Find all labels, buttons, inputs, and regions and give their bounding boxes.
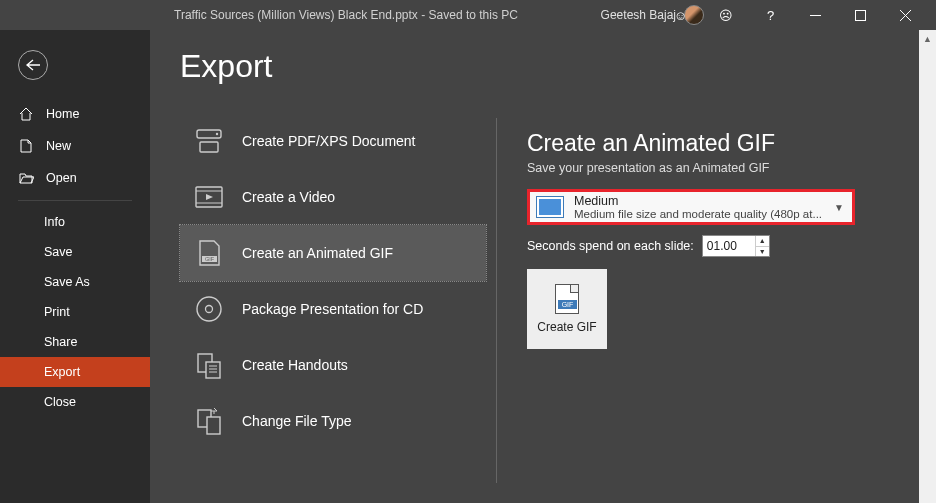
gif-badge: GIF <box>558 300 577 309</box>
cd-icon <box>194 294 224 324</box>
close-button[interactable] <box>883 0 928 30</box>
nav-label: Print <box>44 305 70 319</box>
document-title: Traffic Sources (Million Views) Black En… <box>174 8 518 22</box>
quality-desc: Medium file size and moderate quality (4… <box>574 208 846 220</box>
export-pdf[interactable]: Create PDF/XPS Document <box>180 113 486 169</box>
nav-saveas[interactable]: Save As <box>0 267 150 297</box>
new-icon <box>18 138 34 154</box>
filetype-icon <box>194 406 224 436</box>
nav-close[interactable]: Close <box>0 387 150 417</box>
handouts-icon <box>194 350 224 380</box>
export-label: Package Presentation for CD <box>242 301 423 317</box>
export-filetype[interactable]: Change File Type <box>180 393 486 449</box>
svg-text:GIF: GIF <box>205 256 215 262</box>
detail-subtitle: Save your presentation as an Animated GI… <box>527 161 918 175</box>
back-button[interactable] <box>18 50 48 80</box>
seconds-label: Seconds spend on each slide: <box>527 239 694 253</box>
export-label: Create PDF/XPS Document <box>242 133 416 149</box>
nav-separator <box>18 200 132 201</box>
scroll-up-icon[interactable]: ▲ <box>919 30 936 47</box>
chevron-down-icon: ▼ <box>834 202 844 213</box>
seconds-value: 01.00 <box>707 239 737 253</box>
export-video[interactable]: Create a Video <box>180 169 486 225</box>
nav-label: Home <box>46 107 79 121</box>
gif-file-icon: GIF <box>555 284 579 314</box>
pdf-icon <box>194 126 224 156</box>
nav-label: Info <box>44 215 65 229</box>
maximize-button[interactable] <box>838 0 883 30</box>
spin-down-icon[interactable]: ▼ <box>755 247 769 257</box>
nav-label: New <box>46 139 71 153</box>
create-gif-button[interactable]: GIF Create GIF <box>527 269 607 349</box>
quality-label: Medium <box>574 194 846 208</box>
minimize-button[interactable] <box>793 0 838 30</box>
export-gif[interactable]: GIF Create an Animated GIF <box>180 225 486 281</box>
home-icon <box>18 106 34 122</box>
title-bar: Traffic Sources (Million Views) Black En… <box>0 0 936 30</box>
feedback-smile-icon[interactable]: ☺ <box>658 0 703 30</box>
export-package[interactable]: Package Presentation for CD <box>180 281 486 337</box>
create-gif-label: Create GIF <box>537 320 596 334</box>
svg-rect-15 <box>206 362 220 378</box>
nav-home[interactable]: Home <box>0 98 150 130</box>
svg-rect-1 <box>856 10 866 20</box>
nav-share[interactable]: Share <box>0 327 150 357</box>
nav-export[interactable]: Export <box>0 357 150 387</box>
video-icon <box>194 182 224 212</box>
spin-up-icon[interactable]: ▲ <box>755 236 769 247</box>
svg-rect-20 <box>207 417 220 434</box>
nav-new[interactable]: New <box>0 130 150 162</box>
export-label: Create a Video <box>242 189 335 205</box>
nav-label: Save <box>44 245 73 259</box>
nav-label: Share <box>44 335 77 349</box>
quality-icon <box>536 196 564 218</box>
nav-label: Export <box>44 365 80 379</box>
nav-print[interactable]: Print <box>0 297 150 327</box>
nav-save[interactable]: Save <box>0 237 150 267</box>
nav-label: Open <box>46 171 77 185</box>
open-icon <box>18 170 34 186</box>
svg-point-6 <box>216 133 218 135</box>
gif-icon: GIF <box>194 238 224 268</box>
vertical-scrollbar[interactable]: ▲ <box>919 30 936 503</box>
export-handouts[interactable]: Create Handouts <box>180 337 486 393</box>
detail-title: Create an Animated GIF <box>527 130 918 157</box>
help-button[interactable]: ? <box>748 0 793 30</box>
seconds-input[interactable]: 01.00 ▲ ▼ <box>702 235 770 257</box>
nav-info[interactable]: Info <box>0 207 150 237</box>
export-label: Create Handouts <box>242 357 348 373</box>
backstage-nav: Home New Open Info Save Save As Print Sh… <box>0 30 150 503</box>
export-label: Change File Type <box>242 413 351 429</box>
feedback-frown-icon[interactable]: ☹ <box>703 0 748 30</box>
quality-dropdown[interactable]: Medium Medium file size and moderate qua… <box>527 189 855 225</box>
svg-point-12 <box>197 297 221 321</box>
svg-rect-5 <box>200 142 218 152</box>
export-label: Create an Animated GIF <box>242 245 393 261</box>
svg-point-13 <box>206 306 213 313</box>
page-title: Export <box>180 48 486 85</box>
nav-open[interactable]: Open <box>0 162 150 194</box>
nav-label: Save As <box>44 275 90 289</box>
nav-label: Close <box>44 395 76 409</box>
